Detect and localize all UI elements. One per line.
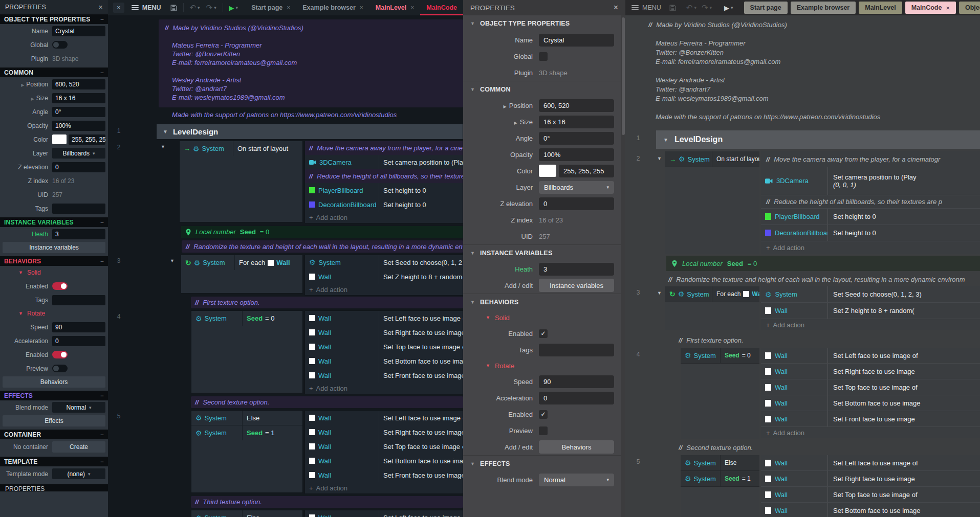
chevron-down-icon[interactable]: ▾ bbox=[198, 5, 200, 10]
solid-enabled-toggle[interactable] bbox=[52, 282, 68, 290]
action-row[interactable]: WallSet Right face to use image bbox=[761, 471, 980, 487]
chevron-down-icon[interactable]: ▾ bbox=[694, 5, 696, 10]
section-common[interactable]: COMMON− bbox=[0, 68, 108, 77]
blend-mode-dropdown[interactable]: Normal▾ bbox=[539, 474, 614, 486]
group-leveldesign[interactable]: ▼ LevelDesign bbox=[156, 124, 463, 140]
action-row[interactable]: ⚙SystemSet Seed to choose(0, 1, 2, 3) bbox=[305, 255, 463, 269]
undo-button[interactable]: ↶ bbox=[686, 3, 693, 12]
add-action-link[interactable]: +Add action bbox=[305, 383, 463, 394]
tags-input[interactable] bbox=[52, 204, 105, 214]
collapse-triangle-icon[interactable]: ▼ bbox=[170, 258, 175, 263]
tab-mainlevel[interactable]: MainLevel× bbox=[369, 0, 420, 15]
rotate-enabled-checkbox[interactable]: ✓ bbox=[539, 410, 548, 419]
preview-checkbox[interactable] bbox=[539, 426, 548, 435]
name-input[interactable]: Crystal bbox=[539, 34, 614, 47]
chevron-down-icon[interactable]: ▾ bbox=[710, 5, 712, 10]
add-action-link[interactable]: +Add action bbox=[305, 482, 463, 493]
section-instance-variables[interactable]: ▼INSTANCE VARIABLES bbox=[463, 244, 625, 261]
layer-dropdown[interactable]: Billboards▾ bbox=[52, 148, 105, 159]
close-icon[interactable]: × bbox=[113, 3, 124, 13]
behaviors-button[interactable]: Behaviors bbox=[539, 440, 614, 454]
action-row[interactable]: WallSet Right face to use image bbox=[305, 425, 463, 439]
chevron-down-icon[interactable]: ▾ bbox=[731, 5, 733, 10]
tab-object-types[interactable]: Objec bbox=[959, 2, 980, 14]
event-condition[interactable]: →⚙System On start of layout bbox=[179, 141, 303, 222]
collapse-triangle-icon[interactable]: ▼ bbox=[657, 156, 662, 161]
event-condition[interactable]: ↻⚙System For eachWall bbox=[181, 255, 303, 294]
acceleration-input[interactable]: 0 bbox=[52, 336, 105, 346]
color-swatch[interactable] bbox=[52, 134, 67, 144]
color-input[interactable]: 255, 255, 255 bbox=[559, 165, 614, 177]
opacity-input[interactable]: 100% bbox=[52, 121, 105, 131]
preview-toggle[interactable] bbox=[52, 365, 68, 372]
panel-scrollbar[interactable] bbox=[621, 15, 625, 517]
section-effects[interactable]: ▼EFFECTS bbox=[463, 455, 625, 471]
action-row[interactable]: WallSet Top face to use image of bbox=[305, 439, 463, 454]
name-input[interactable]: Crystal bbox=[52, 26, 105, 36]
action-row[interactable]: WallSet Front face to use image bbox=[761, 411, 980, 427]
color-input[interactable]: 255, 255, 255 bbox=[69, 134, 105, 145]
action-row[interactable]: WallSet Front face to use image bbox=[305, 468, 463, 482]
global-checkbox[interactable] bbox=[539, 52, 548, 61]
position-input[interactable]: 600, 520 bbox=[539, 99, 614, 112]
collapse-triangle-icon[interactable]: ▼ bbox=[163, 129, 168, 134]
action-row[interactable]: DecorationBillboardSet height to 0 bbox=[305, 197, 463, 212]
action-row[interactable]: WallSet Z height to 8 + random( bbox=[305, 269, 463, 284]
comment-block[interactable]: //First texture option. bbox=[679, 335, 975, 345]
instance-variables-button[interactable]: Instance variables bbox=[539, 279, 614, 292]
behavior-rotate[interactable]: ▼Rotate bbox=[463, 358, 625, 373]
add-action-link[interactable]: +Add action bbox=[761, 427, 980, 438]
action-comment[interactable]: //Reduce the height of all billboards, s… bbox=[305, 169, 463, 183]
create-container-button[interactable]: Create bbox=[52, 441, 105, 453]
save-button[interactable] bbox=[669, 5, 676, 11]
section-object-type[interactable]: OBJECT TYPE PROPERTIES− bbox=[0, 14, 108, 24]
acceleration-input[interactable]: 0 bbox=[539, 392, 614, 404]
speed-input[interactable]: 90 bbox=[52, 322, 105, 332]
speed-input[interactable]: 90 bbox=[539, 375, 614, 388]
effects-button[interactable]: Effects bbox=[3, 415, 105, 426]
tab-maincode[interactable]: MainCode× bbox=[905, 2, 956, 14]
instance-variables-button[interactable]: Instance variables bbox=[3, 242, 105, 253]
action-row[interactable]: WallSet Left face to use image of bbox=[305, 311, 463, 325]
action-comment[interactable]: //Move the camera away from the player, … bbox=[761, 151, 980, 167]
event-condition[interactable]: ⚙SystemElse ⚙SystemSeed= 1 bbox=[681, 455, 759, 517]
action-row[interactable]: ⚙SystemSet Seed to choose(0, 1, 2, 3) bbox=[761, 286, 980, 303]
tab-start-page[interactable]: Start page× bbox=[245, 0, 296, 15]
angle-input[interactable]: 0° bbox=[539, 132, 614, 145]
event-condition[interactable]: ⚙SystemElse bbox=[191, 510, 303, 517]
action-row[interactable]: WallSet Front face to use image bbox=[305, 368, 463, 383]
add-action-link[interactable]: +Add action bbox=[761, 319, 980, 330]
comment-block[interactable]: //Randomize the texture and height of ea… bbox=[668, 274, 980, 284]
action-row[interactable]: 3DCamera Set camera position to (Play bbox=[305, 155, 463, 169]
template-mode-dropdown[interactable]: (none)▾ bbox=[52, 468, 105, 479]
heath-input[interactable]: 3 bbox=[52, 229, 105, 239]
z-elevation-input[interactable]: 0 bbox=[539, 197, 614, 210]
solid-tags-input[interactable] bbox=[52, 295, 105, 305]
z-elevation-input[interactable]: 0 bbox=[52, 162, 105, 172]
action-row[interactable]: WallSet Left face to use image of bbox=[305, 411, 463, 425]
tab-example-browser[interactable]: Example browser bbox=[791, 2, 856, 14]
group-leveldesign[interactable]: ▼ LevelDesign bbox=[656, 130, 980, 149]
comment-block[interactable]: //Randomize the texture and height of ea… bbox=[182, 240, 463, 253]
event-condition[interactable]: ↻⚙System For eachWall bbox=[665, 286, 759, 330]
event-condition[interactable]: ⚙System Seed= 0 bbox=[681, 348, 759, 439]
chevron-down-icon[interactable]: ▾ bbox=[236, 5, 238, 10]
collapse-triangle-icon[interactable]: ▼ bbox=[657, 290, 662, 296]
add-action-link[interactable]: +Add action bbox=[761, 241, 980, 254]
action-row[interactable]: WallSet Top face to use image of bbox=[761, 379, 980, 395]
global-toggle[interactable] bbox=[52, 41, 68, 49]
close-icon[interactable]: × bbox=[99, 3, 103, 11]
action-row[interactable]: WallSet Right face to use image bbox=[305, 325, 463, 340]
behavior-rotate[interactable]: ▼Rotate bbox=[0, 307, 108, 320]
size-input[interactable]: 16 x 16 bbox=[52, 93, 105, 103]
comment-block[interactable]: //First texture option. bbox=[191, 297, 463, 308]
redo-button[interactable]: ↷ bbox=[206, 3, 213, 12]
behavior-solid[interactable]: ▼Solid bbox=[0, 266, 108, 279]
action-row[interactable]: WallSet Bottom face to use image bbox=[305, 454, 463, 468]
event-condition[interactable]: ⚙SystemElse ⚙SystemSeed= 1 bbox=[191, 410, 303, 493]
action-row[interactable]: WallSet Bottom face to use image bbox=[305, 354, 463, 368]
size-input[interactable]: 16 x 16 bbox=[539, 116, 614, 128]
menu-button[interactable]: MENU bbox=[631, 4, 661, 11]
section-object-type[interactable]: ▼OBJECT TYPE PROPERTIES bbox=[463, 15, 625, 32]
blend-mode-dropdown[interactable]: Normal▾ bbox=[52, 402, 105, 413]
